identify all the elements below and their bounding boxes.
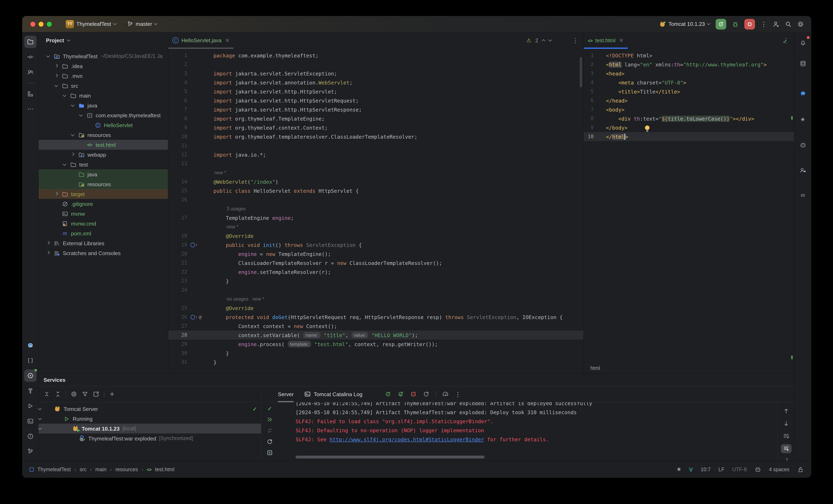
branch-widget[interactable]: master [127, 21, 157, 27]
line-number[interactable]: 3 [584, 71, 594, 76]
close-icon[interactable]: ✕ [619, 37, 624, 44]
inspection-widget[interactable]: ⚠ 2 [526, 37, 551, 44]
tree-item-com-example-thymeleaftest[interactable]: com.example.thymeleaftest [39, 110, 168, 120]
tree-item--mvn[interactable]: .mvn [39, 71, 168, 81]
editor-scrollbar[interactable] [580, 57, 582, 87]
tree-item-java[interactable]: java [39, 100, 168, 110]
sidebar-item-database[interactable] [797, 57, 809, 70]
unlock-icon[interactable] [797, 466, 804, 473]
tree-item-webapp[interactable]: webapp [39, 150, 168, 159]
line-number[interactable]: 10 [584, 134, 594, 140]
gutter[interactable]: ↑ [187, 243, 213, 247]
sidebar-item-terminal[interactable] [24, 415, 36, 427]
navigate-icon[interactable] [71, 391, 77, 397]
line-number[interactable]: 24 [168, 287, 187, 293]
sidebar-item-maven[interactable]: m [797, 189, 809, 201]
line-number[interactable]: 13 [168, 161, 187, 167]
tree-item--idea[interactable]: .idea [39, 61, 168, 71]
minimize-window-button[interactable] [39, 22, 44, 26]
sidebar-item-pull-requests[interactable]: ? [24, 66, 36, 78]
tree-item-mvnw-cmd[interactable]: mvnw.cmd [39, 219, 168, 228]
console-kebab-icon[interactable]: ⋮ [455, 391, 461, 397]
traffic-lights[interactable] [30, 22, 52, 26]
chevron-down-icon[interactable] [71, 133, 74, 136]
chevron-down-icon[interactable] [46, 54, 50, 57]
chevron-right-icon[interactable] [46, 251, 50, 254]
chevron-down-icon[interactable] [71, 103, 74, 107]
line-ending[interactable]: LF [718, 467, 724, 472]
zoom-window-button[interactable] [47, 22, 52, 26]
line-number[interactable]: 19 [168, 242, 187, 248]
debug-rerun-icon[interactable] [398, 391, 404, 397]
inspections-ok-icon[interactable]: ✓ [783, 38, 787, 45]
collapse-all-icon[interactable] [55, 391, 61, 397]
line-number[interactable]: 8 [168, 116, 187, 121]
line-number[interactable]: 16 [168, 197, 187, 203]
line-number[interactable]: 9 [168, 125, 187, 130]
prev-warning-icon[interactable] [542, 40, 545, 43]
chevron-down-icon[interactable] [67, 38, 70, 42]
tree-item-resources[interactable]: resources [39, 179, 168, 189]
line-number[interactable]: 31 [168, 359, 187, 365]
line-number[interactable]: 22 [168, 269, 187, 275]
line-number[interactable]: 12 [168, 152, 187, 157]
line-number[interactable]: 9 [584, 125, 594, 130]
editor-breadcrumb[interactable]: html [584, 362, 794, 373]
sidebar-item-structure[interactable] [24, 88, 36, 100]
log-link[interactable]: http://www.slf4j.org/codes.html#StaticLo… [330, 436, 484, 442]
add-service-icon[interactable] [109, 391, 115, 397]
line-number[interactable]: 7 [168, 107, 187, 112]
line-number[interactable]: 18 [168, 233, 187, 239]
sidebar-item-collab[interactable] [797, 164, 809, 176]
breadcrumb-item[interactable]: ThymeleafTest [38, 467, 71, 472]
line-number[interactable]: 3 [168, 71, 187, 76]
swap-icon[interactable] [266, 427, 273, 434]
rerun-button[interactable] [716, 19, 726, 29]
tree-item-target[interactable]: target [39, 189, 168, 199]
indent-setting[interactable]: 4 spaces [769, 467, 789, 472]
statusbar-breadcrumb[interactable]: ThymeleafTest›src›main›resources›<>test.… [29, 467, 174, 472]
breadcrumb-item[interactable]: test.html [155, 467, 174, 472]
line-number[interactable]: 25 [168, 305, 187, 311]
line-number[interactable]: 30 [168, 350, 187, 356]
line-number[interactable]: 4 [584, 80, 594, 85]
line-number[interactable]: 29 [168, 341, 187, 347]
sidebar-item-openai[interactable]: ✳ [797, 113, 809, 125]
service-item-running[interactable]: Running [39, 414, 261, 424]
gutter[interactable]: ↑@ [187, 314, 213, 320]
stop-button[interactable] [744, 19, 755, 29]
line-number[interactable]: 15 [168, 188, 187, 194]
tree-item-mvnw[interactable]: mvnw [39, 209, 168, 219]
sidebar-item-project[interactable] [24, 36, 36, 48]
next-warning-icon[interactable] [548, 38, 552, 42]
tab-helloservlet-java[interactable]: C HelloServlet.java ✕ [168, 32, 234, 48]
breadcrumb-item[interactable]: main [95, 467, 106, 472]
service-item-tomcat-server[interactable]: Tomcat Server✓ [39, 404, 261, 414]
close-window-button[interactable] [30, 22, 35, 26]
tree-item-test[interactable]: test [39, 159, 168, 169]
line-number[interactable]: 10 [168, 134, 187, 140]
scroll-box-icon[interactable] [266, 450, 273, 456]
line-number[interactable]: 2 [168, 61, 187, 67]
sidebar-item-chat[interactable] [797, 87, 809, 100]
sidebar-item-more[interactable] [24, 103, 36, 115]
search-icon[interactable] [785, 21, 791, 27]
sidebar-item-problems[interactable] [24, 430, 36, 443]
chevron-right-icon[interactable] [46, 241, 50, 245]
chevron-down-icon[interactable] [38, 417, 42, 420]
close-icon[interactable]: ✕ [225, 37, 230, 44]
sidebar-item-codegpt[interactable] [797, 139, 809, 151]
tree-item-java[interactable]: java [39, 169, 168, 179]
v-plugin-icon[interactable]: V [689, 466, 693, 473]
editor-right[interactable]: <> test.html ✕ ⋮ 1<!DOCTYPE html>2<html … [584, 32, 794, 373]
chevron-down-icon[interactable] [63, 93, 66, 97]
expand-all-icon[interactable] [44, 391, 50, 397]
tree-item-thymeleaftest[interactable]: ThymeleafTest~/Desktop/CS/JavaEE/1 Ja [39, 51, 168, 61]
scroll-down-icon[interactable] [781, 419, 791, 428]
more-actions-kebab-icon[interactable]: ⋮ [761, 21, 767, 27]
dashboard-icon[interactable] [442, 391, 449, 397]
breadcrumb-item[interactable]: src [80, 467, 87, 472]
line-number[interactable]: 14 [168, 179, 187, 184]
tree-item-external-libraries[interactable]: External Libraries [39, 238, 168, 248]
service-item-thymeleaftest-war-exploded[interactable]: ThymeleafTest:war exploded[Synchronized] [39, 433, 261, 443]
